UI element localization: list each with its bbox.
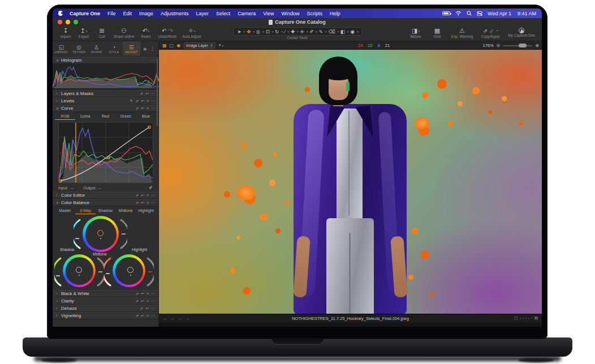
gradient-mask-tool[interactable]: ◧ xyxy=(339,29,346,34)
copy-to-icon[interactable]: ⇗ xyxy=(135,99,139,103)
panel-header-clarity[interactable]: › Clarity ⇗↩≡⋯ xyxy=(53,297,158,305)
panel-header-dehaze[interactable]: › Dehaze ⇗↩⋯ xyxy=(53,305,158,312)
close-window-button[interactable] xyxy=(58,20,62,24)
before-button[interactable]: ◨▾Before xyxy=(407,27,424,39)
reset-button[interactable]: ↶▾Reset xyxy=(137,27,154,39)
apple-menu-icon[interactable] xyxy=(58,11,63,16)
erase-mask-tool[interactable]: ⌫ xyxy=(327,29,336,34)
expand-tools-button[interactable]: » xyxy=(143,45,146,52)
cb-tab-highlight[interactable]: Highlight xyxy=(136,207,156,214)
tab-adjust[interactable]: ☰ADJUST xyxy=(123,41,140,56)
tab-shape[interactable]: ♙SHAPE xyxy=(88,41,105,56)
panel-header-vignetting[interactable]: › Vignetting ⇗↩≡⋯ xyxy=(53,312,158,319)
more-icon[interactable]: ⋯ xyxy=(151,306,155,311)
zoom-in-icon[interactable]: ⊕ xyxy=(535,43,539,48)
reset-icon[interactable]: ↩ xyxy=(141,99,144,103)
copy-to-icon[interactable]: ⇗ xyxy=(135,299,139,304)
cull-button[interactable]: ⊞Cull xyxy=(93,27,110,39)
presets-icon[interactable]: ≡ xyxy=(146,193,149,198)
presets-icon[interactable]: ≡ xyxy=(146,106,149,111)
presets-icon[interactable]: ≡ xyxy=(146,299,149,304)
undo-redo-button[interactable]: ↶↷Undo/Redo xyxy=(156,27,179,39)
proof-view-icon[interactable]: ◉ xyxy=(176,41,180,50)
menu-time[interactable]: 9:41 AM xyxy=(518,11,536,16)
panel-header-color-balance[interactable]: ∨ Color Balance ⇗↩≡⋯ xyxy=(53,199,158,206)
single-view-icon[interactable]: ▢ xyxy=(170,41,174,50)
midtone-indicator[interactable] xyxy=(97,230,104,236)
exposure-warning-button[interactable]: ⚠Exp. Warning xyxy=(450,27,474,39)
shadow-saturation-slider[interactable] xyxy=(54,257,62,287)
curve-tab-rgb[interactable]: RGB xyxy=(55,113,75,120)
panel-header-color-editor[interactable]: › Color Editor ⇗↩≡⋯ xyxy=(53,192,158,199)
add-layer-button[interactable]: +▾ xyxy=(218,42,223,48)
presets-icon[interactable]: ≡ xyxy=(146,314,149,318)
reset-icon[interactable]: ↩ xyxy=(145,92,149,96)
search-icon[interactable] xyxy=(467,11,472,16)
curve-tab-luma[interactable]: Luma xyxy=(75,113,96,119)
eyedropper-icon[interactable]: ✎ xyxy=(130,99,133,103)
reset-icon[interactable]: ↩ xyxy=(141,193,144,198)
panel-header-curve[interactable]: ∨ Curve ⇗↩≡⋯ xyxy=(53,105,158,112)
panel-header-levels[interactable]: › Levels ✎⇗↩≡⋯ xyxy=(53,97,158,105)
import-button[interactable]: ↧Import xyxy=(57,27,74,39)
menu-edit[interactable]: Edit xyxy=(123,11,132,16)
heal-tool[interactable]: ✛ xyxy=(299,29,305,34)
presets-icon[interactable]: ≡ xyxy=(146,201,149,205)
copy-to-icon[interactable]: ⇗ xyxy=(135,314,139,318)
copy-to-icon[interactable]: ⇗ xyxy=(135,193,139,198)
zoom-out-icon[interactable]: ⊖ xyxy=(497,43,501,48)
more-icon[interactable]: ⋯ xyxy=(151,99,155,103)
copy-apply-button[interactable]: ⇗⇙▾Copy/Apply xyxy=(478,27,502,39)
copy-to-icon[interactable]: ⇗ xyxy=(140,306,143,311)
clone-tool[interactable]: ✐ xyxy=(308,29,314,34)
menu-layer[interactable]: Layer xyxy=(196,11,209,16)
reset-icon[interactable]: ↩ xyxy=(141,292,144,296)
menu-view[interactable]: View xyxy=(263,11,274,16)
tab-style[interactable]: ◔STYLE xyxy=(105,41,123,56)
photo-canvas[interactable] xyxy=(159,50,542,314)
highlight-luminance-slider[interactable] xyxy=(146,257,154,287)
reset-icon[interactable]: ↩ xyxy=(145,306,149,311)
zoom-window-button[interactable] xyxy=(74,20,78,24)
presets-icon[interactable]: ≡ xyxy=(146,292,149,296)
more-icon[interactable]: ⋯ xyxy=(151,193,155,198)
menu-image[interactable]: Image xyxy=(139,11,153,16)
reset-icon[interactable]: ↩ xyxy=(141,299,144,304)
cb-tab-3way[interactable]: 3-Way xyxy=(75,207,96,214)
reset-icon[interactable]: ↩ xyxy=(141,201,144,205)
select-tool[interactable]: ➤ xyxy=(236,29,242,34)
tool-options-button[interactable]: ⋮ xyxy=(150,46,155,51)
menu-scripts[interactable]: Scripts xyxy=(307,11,323,16)
highlight-indicator[interactable] xyxy=(127,267,133,273)
more-icon[interactable]: ⋯ xyxy=(151,314,155,318)
my-capture-one-button[interactable]: My Capture One xyxy=(507,27,536,39)
battery-icon[interactable] xyxy=(442,11,450,15)
menu-help[interactable]: Help xyxy=(330,11,340,16)
more-icon[interactable]: ⋯ xyxy=(151,201,155,205)
midtone-saturation-slider[interactable] xyxy=(74,218,81,250)
pan-tool[interactable]: ✥ xyxy=(245,29,252,34)
curve-tab-blue[interactable]: Blue xyxy=(136,113,156,119)
more-icon[interactable]: ⋯ xyxy=(151,292,155,296)
cb-tab-midtone[interactable]: Midtone xyxy=(115,207,136,214)
loupe-tool[interactable]: ◎ xyxy=(255,29,261,34)
curve-picker-icon[interactable]: ✐ xyxy=(149,185,153,190)
sidebar-scrollbar[interactable] xyxy=(157,58,158,126)
grid-button[interactable]: ▦Grid xyxy=(429,27,446,39)
menu-select[interactable]: Select xyxy=(216,11,230,16)
zoom-slider-handle[interactable] xyxy=(519,44,527,47)
copy-to-icon[interactable]: ⇗ xyxy=(135,292,139,296)
menu-adjustments[interactable]: Adjustments xyxy=(161,11,189,16)
multi-view-icon[interactable]: ▦ xyxy=(162,41,167,50)
minimize-window-button[interactable] xyxy=(66,20,70,24)
shadow-luminance-slider[interactable] xyxy=(97,257,104,287)
cb-tab-master[interactable]: Master xyxy=(55,207,75,214)
straighten-tool[interactable]: ∕ xyxy=(283,29,286,34)
zoom-slider[interactable] xyxy=(503,45,532,46)
layer-selector[interactable]: Image Layer ▲▼ xyxy=(183,42,215,49)
control-center-icon[interactable] xyxy=(477,11,482,16)
curve-tab-green[interactable]: Green xyxy=(115,113,136,119)
draw-mask-tool[interactable]: ✎ xyxy=(318,29,324,34)
rotate-tool[interactable]: ↻ xyxy=(274,29,280,34)
curve-tab-red[interactable]: Red xyxy=(96,113,116,119)
